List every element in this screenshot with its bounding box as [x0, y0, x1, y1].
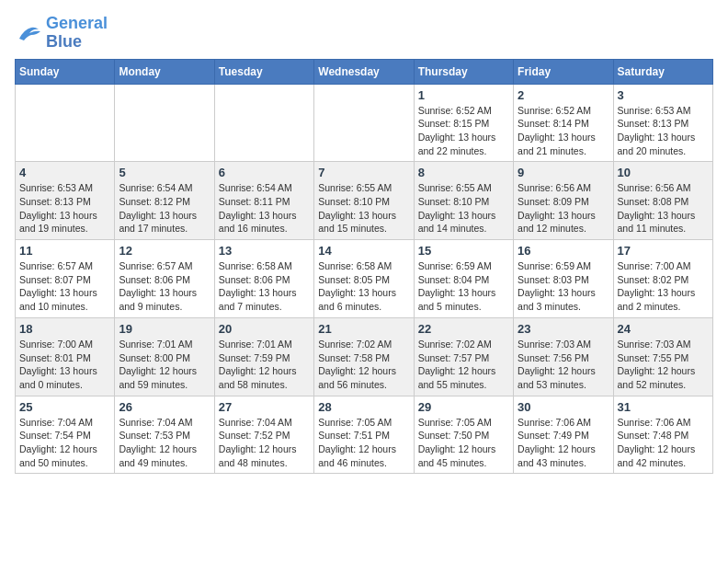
calendar: SundayMondayTuesdayWednesdayThursdayFrid…: [15, 59, 713, 475]
calendar-week-1: 1Sunrise: 6:52 AMSunset: 8:15 PMDaylight…: [16, 84, 713, 162]
day-info: Sunrise: 7:03 AMSunset: 7:55 PMDaylight:…: [618, 338, 709, 392]
calendar-cell: [314, 84, 414, 162]
day-number: 10: [618, 166, 709, 179]
day-info: Sunrise: 7:03 AMSunset: 7:56 PMDaylight:…: [518, 338, 609, 392]
calendar-cell: 26Sunrise: 7:04 AMSunset: 7:53 PMDayligh…: [115, 396, 214, 474]
calendar-cell: 21Sunrise: 7:02 AMSunset: 7:58 PMDayligh…: [314, 317, 414, 396]
day-number: 5: [119, 166, 210, 179]
day-number: 28: [318, 400, 409, 414]
calendar-cell: 29Sunrise: 7:05 AMSunset: 7:50 PMDayligh…: [414, 396, 513, 474]
day-info: Sunrise: 6:52 AMSunset: 8:15 PMDaylight:…: [418, 104, 509, 158]
day-info: Sunrise: 7:04 AMSunset: 7:54 PMDaylight:…: [19, 416, 110, 470]
day-number: 2: [518, 88, 609, 102]
day-info: Sunrise: 6:53 AMSunset: 8:13 PMDaylight:…: [19, 181, 110, 236]
day-info: Sunrise: 7:05 AMSunset: 7:51 PMDaylight:…: [318, 416, 409, 470]
calendar-cell: 27Sunrise: 7:04 AMSunset: 7:52 PMDayligh…: [214, 396, 313, 474]
weekday-header-friday: Friday: [514, 59, 613, 84]
calendar-cell: 15Sunrise: 6:59 AMSunset: 8:04 PMDayligh…: [414, 240, 513, 318]
calendar-cell: 16Sunrise: 6:59 AMSunset: 8:03 PMDayligh…: [514, 240, 613, 318]
day-info: Sunrise: 6:54 AMSunset: 8:12 PMDaylight:…: [119, 181, 210, 236]
day-number: 1: [418, 88, 509, 102]
day-number: 12: [119, 244, 210, 258]
day-number: 15: [418, 244, 509, 258]
day-info: Sunrise: 6:58 AMSunset: 8:06 PMDaylight:…: [219, 259, 310, 314]
day-info: Sunrise: 6:52 AMSunset: 8:14 PMDaylight:…: [518, 104, 609, 158]
weekday-header-monday: Monday: [115, 59, 214, 84]
day-number: 4: [19, 166, 110, 179]
day-number: 17: [618, 244, 709, 258]
calendar-week-2: 4Sunrise: 6:53 AMSunset: 8:13 PMDaylight…: [16, 162, 713, 240]
day-info: Sunrise: 6:57 AMSunset: 8:06 PMDaylight:…: [119, 259, 210, 314]
day-number: 25: [19, 400, 110, 414]
calendar-cell: 10Sunrise: 6:56 AMSunset: 8:08 PMDayligh…: [613, 162, 712, 240]
day-info: Sunrise: 7:00 AMSunset: 8:01 PMDaylight:…: [19, 338, 110, 392]
day-info: Sunrise: 6:56 AMSunset: 8:08 PMDaylight:…: [618, 181, 709, 236]
day-info: Sunrise: 6:53 AMSunset: 8:13 PMDaylight:…: [618, 104, 709, 158]
calendar-cell: 6Sunrise: 6:54 AMSunset: 8:11 PMDaylight…: [214, 162, 313, 240]
day-number: 29: [418, 400, 509, 414]
day-number: 24: [618, 322, 709, 336]
calendar-cell: 25Sunrise: 7:04 AMSunset: 7:54 PMDayligh…: [16, 396, 115, 474]
day-info: Sunrise: 6:57 AMSunset: 8:07 PMDaylight:…: [19, 259, 110, 314]
calendar-cell: 8Sunrise: 6:55 AMSunset: 8:10 PMDaylight…: [414, 162, 513, 240]
day-info: Sunrise: 7:01 AMSunset: 7:59 PMDaylight:…: [219, 338, 310, 392]
calendar-week-3: 11Sunrise: 6:57 AMSunset: 8:07 PMDayligh…: [16, 240, 713, 318]
day-number: 31: [618, 400, 709, 414]
calendar-cell: 14Sunrise: 6:58 AMSunset: 8:05 PMDayligh…: [314, 240, 414, 318]
day-number: 7: [318, 166, 409, 179]
calendar-cell: 3Sunrise: 6:53 AMSunset: 8:13 PMDaylight…: [613, 84, 712, 162]
weekday-header-row: SundayMondayTuesdayWednesdayThursdayFrid…: [16, 59, 713, 84]
day-number: 20: [219, 322, 310, 336]
day-number: 30: [518, 400, 609, 414]
day-number: 16: [518, 244, 609, 258]
weekday-header-saturday: Saturday: [613, 59, 712, 84]
day-info: Sunrise: 6:59 AMSunset: 8:04 PMDaylight:…: [418, 259, 509, 314]
calendar-cell: 2Sunrise: 6:52 AMSunset: 8:14 PMDaylight…: [514, 84, 613, 162]
day-number: 9: [518, 166, 609, 179]
calendar-cell: 28Sunrise: 7:05 AMSunset: 7:51 PMDayligh…: [314, 396, 414, 474]
calendar-cell: 13Sunrise: 6:58 AMSunset: 8:06 PMDayligh…: [214, 240, 313, 318]
weekday-header-tuesday: Tuesday: [214, 59, 313, 84]
day-info: Sunrise: 6:55 AMSunset: 8:10 PMDaylight:…: [418, 181, 509, 236]
calendar-cell: 23Sunrise: 7:03 AMSunset: 7:56 PMDayligh…: [514, 317, 613, 396]
day-number: 26: [119, 400, 210, 414]
calendar-cell: 24Sunrise: 7:03 AMSunset: 7:55 PMDayligh…: [613, 317, 712, 396]
page-header: General Blue: [15, 15, 713, 52]
day-number: 19: [119, 322, 210, 336]
calendar-cell: 11Sunrise: 6:57 AMSunset: 8:07 PMDayligh…: [16, 240, 115, 318]
day-number: 27: [219, 400, 310, 414]
day-number: 13: [219, 244, 310, 258]
day-info: Sunrise: 7:05 AMSunset: 7:50 PMDaylight:…: [418, 416, 509, 470]
calendar-cell: 4Sunrise: 6:53 AMSunset: 8:13 PMDaylight…: [16, 162, 115, 240]
weekday-header-wednesday: Wednesday: [314, 59, 414, 84]
calendar-cell: [16, 84, 115, 162]
day-info: Sunrise: 7:02 AMSunset: 7:57 PMDaylight:…: [418, 338, 509, 392]
calendar-cell: 9Sunrise: 6:56 AMSunset: 8:09 PMDaylight…: [514, 162, 613, 240]
day-number: 21: [318, 322, 409, 336]
day-info: Sunrise: 7:06 AMSunset: 7:49 PMDaylight:…: [518, 416, 609, 470]
calendar-cell: 19Sunrise: 7:01 AMSunset: 8:00 PMDayligh…: [115, 317, 214, 396]
day-info: Sunrise: 6:58 AMSunset: 8:05 PMDaylight:…: [318, 259, 409, 314]
weekday-header-thursday: Thursday: [414, 59, 513, 84]
day-number: 23: [518, 322, 609, 336]
day-number: 6: [219, 166, 310, 179]
calendar-cell: 22Sunrise: 7:02 AMSunset: 7:57 PMDayligh…: [414, 317, 513, 396]
day-number: 14: [318, 244, 409, 258]
day-info: Sunrise: 6:56 AMSunset: 8:09 PMDaylight:…: [518, 181, 609, 236]
calendar-cell: 20Sunrise: 7:01 AMSunset: 7:59 PMDayligh…: [214, 317, 313, 396]
calendar-cell: 5Sunrise: 6:54 AMSunset: 8:12 PMDaylight…: [115, 162, 214, 240]
calendar-cell: 7Sunrise: 6:55 AMSunset: 8:10 PMDaylight…: [314, 162, 414, 240]
day-info: Sunrise: 6:55 AMSunset: 8:10 PMDaylight:…: [318, 181, 409, 236]
calendar-cell: 12Sunrise: 6:57 AMSunset: 8:06 PMDayligh…: [115, 240, 214, 318]
calendar-cell: 17Sunrise: 7:00 AMSunset: 8:02 PMDayligh…: [613, 240, 712, 318]
day-number: 18: [19, 322, 110, 336]
day-info: Sunrise: 7:01 AMSunset: 8:00 PMDaylight:…: [119, 338, 210, 392]
calendar-cell: 31Sunrise: 7:06 AMSunset: 7:48 PMDayligh…: [613, 396, 712, 474]
calendar-cell: [115, 84, 214, 162]
day-info: Sunrise: 7:00 AMSunset: 8:02 PMDaylight:…: [618, 259, 709, 314]
calendar-cell: 1Sunrise: 6:52 AMSunset: 8:15 PMDaylight…: [414, 84, 513, 162]
weekday-header-sunday: Sunday: [16, 59, 115, 84]
day-info: Sunrise: 7:06 AMSunset: 7:48 PMDaylight:…: [618, 416, 709, 470]
calendar-cell: [214, 84, 313, 162]
day-info: Sunrise: 7:04 AMSunset: 7:53 PMDaylight:…: [119, 416, 210, 470]
